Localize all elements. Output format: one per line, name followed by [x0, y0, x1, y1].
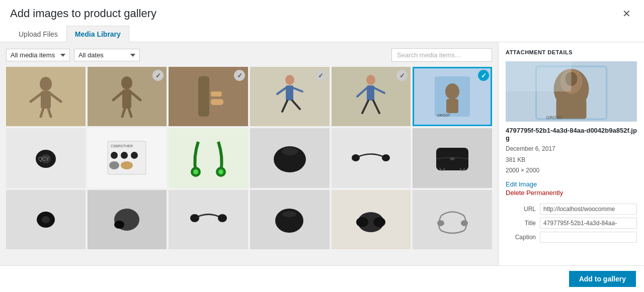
svg-point-0	[40, 77, 52, 91]
svg-line-19	[293, 88, 302, 91]
attachment-filename: 4797795f-52b1-4a3d-84aa-d0042b9a852f.jpg	[506, 127, 637, 142]
svg-rect-15	[211, 91, 222, 96]
svg-point-55	[114, 221, 124, 229]
svg-rect-30	[446, 99, 458, 113]
svg-line-18	[277, 88, 286, 94]
svg-line-25	[374, 88, 384, 93]
svg-rect-72	[506, 61, 572, 91]
media-grid: ✓ ✓	[6, 67, 492, 249]
svg-rect-23	[367, 85, 374, 101]
svg-line-8	[113, 92, 122, 100]
check-badge-selected: ✓	[478, 70, 489, 81]
media-item[interactable]: QCY	[6, 128, 86, 187]
svg-rect-7	[122, 89, 131, 109]
toolbar: All media items Images Audio Video All d…	[6, 48, 492, 62]
svg-point-48	[352, 154, 360, 161]
media-item[interactable]	[250, 128, 330, 187]
title-input[interactable]	[540, 218, 637, 229]
tab-bar: Upload Files Media Library	[10, 25, 634, 42]
close-button[interactable]: ✕	[619, 8, 634, 20]
media-item[interactable]: CSBROTHER	[88, 128, 167, 187]
caption-input[interactable]	[540, 232, 637, 243]
svg-point-29	[445, 83, 459, 100]
title-label: Title	[506, 220, 536, 227]
media-item[interactable]	[332, 190, 411, 249]
svg-rect-17	[286, 85, 293, 101]
media-item[interactable]	[6, 190, 86, 249]
media-item[interactable]	[169, 128, 248, 187]
svg-point-6	[121, 76, 132, 89]
svg-point-61	[356, 217, 368, 227]
svg-point-37	[111, 152, 118, 159]
svg-line-9	[131, 92, 140, 100]
svg-point-39	[131, 152, 138, 159]
media-item[interactable]	[413, 128, 492, 187]
svg-rect-1	[41, 91, 51, 109]
svg-point-64	[461, 220, 468, 226]
svg-text:QCY: QCY	[38, 156, 49, 162]
tab-library[interactable]: Media Library	[66, 26, 129, 42]
filter-dates-select[interactable]: All dates December 2017 November 2017	[74, 49, 140, 61]
svg-rect-12	[198, 76, 209, 117]
svg-point-45	[218, 169, 223, 174]
url-label: URL	[506, 206, 536, 213]
media-item[interactable]: ✓	[88, 67, 167, 126]
svg-point-56	[190, 214, 199, 222]
filter-media-select[interactable]: All media items Images Audio Video	[6, 49, 70, 61]
svg-line-2	[31, 94, 41, 102]
svg-text:GROOT: GROOT	[437, 114, 450, 117]
svg-point-16	[285, 75, 294, 85]
modal-header: Add images to product gallery ✕ Upload F…	[0, 0, 644, 42]
svg-point-51	[450, 157, 455, 160]
media-item-selected[interactable]: GROOT ✓	[413, 67, 492, 126]
media-item[interactable]	[250, 190, 330, 249]
svg-line-26	[362, 101, 368, 113]
caption-field-row: Caption	[506, 232, 637, 243]
svg-line-20	[282, 101, 287, 112]
media-item[interactable]: ✓	[332, 67, 411, 126]
svg-point-13	[200, 76, 208, 82]
svg-point-59	[282, 211, 296, 217]
modal-title: Add images to product gallery	[10, 7, 156, 20]
svg-line-24	[357, 88, 367, 96]
check-badge: ✓	[315, 70, 327, 81]
svg-point-49	[382, 154, 390, 161]
media-item[interactable]: ✓	[250, 67, 330, 126]
media-main: All media items Images Audio Video All d…	[0, 42, 498, 265]
svg-point-44	[193, 169, 198, 174]
svg-line-21	[292, 101, 300, 109]
media-item[interactable]	[169, 190, 248, 249]
attachment-meta: December 6, 2017 381 KB 2000 × 2000	[506, 144, 637, 176]
svg-point-40	[109, 161, 119, 169]
media-item[interactable]: ✓	[169, 67, 248, 126]
modal: Add images to product gallery ✕ Upload F…	[0, 0, 644, 292]
media-item[interactable]	[332, 128, 411, 187]
tab-upload[interactable]: Upload Files	[10, 26, 66, 42]
svg-line-11	[129, 109, 131, 117]
modal-footer: Add to gallery	[0, 265, 644, 292]
edit-image-link[interactable]: Edit Image	[506, 180, 637, 188]
svg-point-41	[121, 161, 133, 169]
svg-point-53	[42, 216, 50, 223]
url-input[interactable]	[540, 204, 637, 215]
url-field-row: URL	[506, 204, 637, 215]
svg-point-22	[366, 75, 375, 85]
search-input[interactable]	[391, 48, 492, 62]
svg-point-62	[373, 217, 385, 227]
svg-line-27	[373, 101, 379, 113]
svg-point-57	[218, 214, 227, 222]
svg-text:GROOT: GROOT	[546, 115, 564, 120]
svg-point-38	[121, 152, 128, 159]
check-badge: ✓	[234, 70, 245, 81]
media-grid-wrapper[interactable]: ✓ ✓	[6, 67, 492, 265]
svg-line-5	[48, 109, 51, 117]
attachment-thumbnail: GROOT	[506, 61, 637, 122]
add-to-gallery-button[interactable]: Add to gallery	[569, 271, 636, 287]
title-field-row: Title	[506, 218, 637, 229]
media-item[interactable]	[6, 67, 86, 126]
media-item[interactable]	[88, 190, 167, 249]
modal-body: All media items Images Audio Video All d…	[0, 42, 644, 265]
delete-permanently-link[interactable]: Delete Permanently	[506, 189, 637, 197]
media-item[interactable]	[413, 190, 492, 249]
caption-label: Caption	[506, 234, 536, 241]
